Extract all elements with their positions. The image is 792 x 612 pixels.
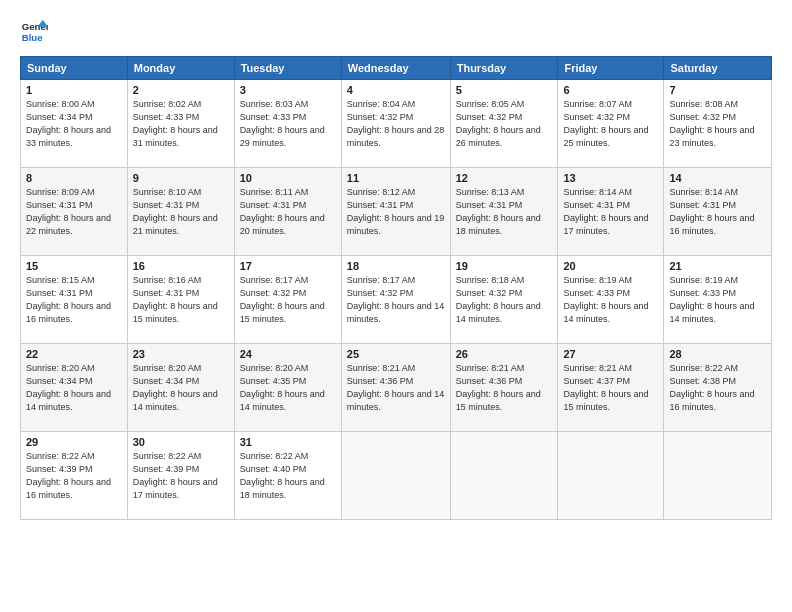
calendar-day-cell: 30 Sunrise: 8:22 AM Sunset: 4:39 PM Dayl…	[127, 432, 234, 520]
calendar-table: SundayMondayTuesdayWednesdayThursdayFrid…	[20, 56, 772, 520]
day-number: 20	[563, 260, 658, 272]
calendar-day-cell: 15 Sunrise: 8:15 AM Sunset: 4:31 PM Dayl…	[21, 256, 128, 344]
day-number: 13	[563, 172, 658, 184]
calendar-day-cell: 16 Sunrise: 8:16 AM Sunset: 4:31 PM Dayl…	[127, 256, 234, 344]
calendar-day-cell: 10 Sunrise: 8:11 AM Sunset: 4:31 PM Dayl…	[234, 168, 341, 256]
empty-cell	[558, 432, 664, 520]
day-info: Sunrise: 8:21 AM Sunset: 4:36 PM Dayligh…	[456, 362, 553, 414]
day-info: Sunrise: 8:07 AM Sunset: 4:32 PM Dayligh…	[563, 98, 658, 150]
day-info: Sunrise: 8:22 AM Sunset: 4:39 PM Dayligh…	[133, 450, 229, 502]
empty-cell	[450, 432, 558, 520]
calendar-day-cell: 9 Sunrise: 8:10 AM Sunset: 4:31 PM Dayli…	[127, 168, 234, 256]
calendar-day-cell: 11 Sunrise: 8:12 AM Sunset: 4:31 PM Dayl…	[341, 168, 450, 256]
day-info: Sunrise: 8:08 AM Sunset: 4:32 PM Dayligh…	[669, 98, 766, 150]
calendar-day-cell: 20 Sunrise: 8:19 AM Sunset: 4:33 PM Dayl…	[558, 256, 664, 344]
day-info: Sunrise: 8:02 AM Sunset: 4:33 PM Dayligh…	[133, 98, 229, 150]
day-number: 24	[240, 348, 336, 360]
day-info: Sunrise: 8:21 AM Sunset: 4:36 PM Dayligh…	[347, 362, 445, 414]
day-info: Sunrise: 8:18 AM Sunset: 4:32 PM Dayligh…	[456, 274, 553, 326]
day-number: 25	[347, 348, 445, 360]
day-info: Sunrise: 8:15 AM Sunset: 4:31 PM Dayligh…	[26, 274, 122, 326]
day-number: 4	[347, 84, 445, 96]
calendar-header-saturday: Saturday	[664, 57, 772, 80]
calendar-day-cell: 6 Sunrise: 8:07 AM Sunset: 4:32 PM Dayli…	[558, 80, 664, 168]
calendar-header-friday: Friday	[558, 57, 664, 80]
calendar-header-thursday: Thursday	[450, 57, 558, 80]
day-number: 9	[133, 172, 229, 184]
day-info: Sunrise: 8:05 AM Sunset: 4:32 PM Dayligh…	[456, 98, 553, 150]
calendar-day-cell: 27 Sunrise: 8:21 AM Sunset: 4:37 PM Dayl…	[558, 344, 664, 432]
day-number: 19	[456, 260, 553, 272]
calendar-day-cell: 17 Sunrise: 8:17 AM Sunset: 4:32 PM Dayl…	[234, 256, 341, 344]
day-number: 26	[456, 348, 553, 360]
calendar-day-cell: 21 Sunrise: 8:19 AM Sunset: 4:33 PM Dayl…	[664, 256, 772, 344]
day-info: Sunrise: 8:20 AM Sunset: 4:35 PM Dayligh…	[240, 362, 336, 414]
day-info: Sunrise: 8:00 AM Sunset: 4:34 PM Dayligh…	[26, 98, 122, 150]
calendar-week-row: 22 Sunrise: 8:20 AM Sunset: 4:34 PM Dayl…	[21, 344, 772, 432]
empty-cell	[341, 432, 450, 520]
day-info: Sunrise: 8:04 AM Sunset: 4:32 PM Dayligh…	[347, 98, 445, 150]
day-number: 17	[240, 260, 336, 272]
calendar-day-cell: 31 Sunrise: 8:22 AM Sunset: 4:40 PM Dayl…	[234, 432, 341, 520]
day-info: Sunrise: 8:19 AM Sunset: 4:33 PM Dayligh…	[563, 274, 658, 326]
day-info: Sunrise: 8:09 AM Sunset: 4:31 PM Dayligh…	[26, 186, 122, 238]
calendar-day-cell: 26 Sunrise: 8:21 AM Sunset: 4:36 PM Dayl…	[450, 344, 558, 432]
svg-text:Blue: Blue	[22, 32, 43, 43]
calendar-day-cell: 2 Sunrise: 8:02 AM Sunset: 4:33 PM Dayli…	[127, 80, 234, 168]
day-info: Sunrise: 8:10 AM Sunset: 4:31 PM Dayligh…	[133, 186, 229, 238]
day-info: Sunrise: 8:11 AM Sunset: 4:31 PM Dayligh…	[240, 186, 336, 238]
day-number: 29	[26, 436, 122, 448]
day-info: Sunrise: 8:14 AM Sunset: 4:31 PM Dayligh…	[669, 186, 766, 238]
calendar-week-row: 29 Sunrise: 8:22 AM Sunset: 4:39 PM Dayl…	[21, 432, 772, 520]
day-info: Sunrise: 8:22 AM Sunset: 4:39 PM Dayligh…	[26, 450, 122, 502]
calendar-week-row: 8 Sunrise: 8:09 AM Sunset: 4:31 PM Dayli…	[21, 168, 772, 256]
calendar-header-tuesday: Tuesday	[234, 57, 341, 80]
calendar-day-cell: 12 Sunrise: 8:13 AM Sunset: 4:31 PM Dayl…	[450, 168, 558, 256]
calendar-day-cell: 7 Sunrise: 8:08 AM Sunset: 4:32 PM Dayli…	[664, 80, 772, 168]
day-info: Sunrise: 8:03 AM Sunset: 4:33 PM Dayligh…	[240, 98, 336, 150]
day-number: 22	[26, 348, 122, 360]
day-info: Sunrise: 8:22 AM Sunset: 4:38 PM Dayligh…	[669, 362, 766, 414]
day-info: Sunrise: 8:19 AM Sunset: 4:33 PM Dayligh…	[669, 274, 766, 326]
day-number: 21	[669, 260, 766, 272]
day-number: 8	[26, 172, 122, 184]
calendar-day-cell: 29 Sunrise: 8:22 AM Sunset: 4:39 PM Dayl…	[21, 432, 128, 520]
day-info: Sunrise: 8:16 AM Sunset: 4:31 PM Dayligh…	[133, 274, 229, 326]
calendar-day-cell: 18 Sunrise: 8:17 AM Sunset: 4:32 PM Dayl…	[341, 256, 450, 344]
day-info: Sunrise: 8:13 AM Sunset: 4:31 PM Dayligh…	[456, 186, 553, 238]
day-number: 10	[240, 172, 336, 184]
calendar-header-wednesday: Wednesday	[341, 57, 450, 80]
day-info: Sunrise: 8:12 AM Sunset: 4:31 PM Dayligh…	[347, 186, 445, 238]
calendar-day-cell: 3 Sunrise: 8:03 AM Sunset: 4:33 PM Dayli…	[234, 80, 341, 168]
day-number: 5	[456, 84, 553, 96]
calendar-header-monday: Monday	[127, 57, 234, 80]
day-number: 1	[26, 84, 122, 96]
calendar-day-cell: 19 Sunrise: 8:18 AM Sunset: 4:32 PM Dayl…	[450, 256, 558, 344]
day-number: 6	[563, 84, 658, 96]
calendar-day-cell: 24 Sunrise: 8:20 AM Sunset: 4:35 PM Dayl…	[234, 344, 341, 432]
day-number: 30	[133, 436, 229, 448]
calendar-day-cell: 8 Sunrise: 8:09 AM Sunset: 4:31 PM Dayli…	[21, 168, 128, 256]
calendar-day-cell: 5 Sunrise: 8:05 AM Sunset: 4:32 PM Dayli…	[450, 80, 558, 168]
day-info: Sunrise: 8:14 AM Sunset: 4:31 PM Dayligh…	[563, 186, 658, 238]
day-info: Sunrise: 8:22 AM Sunset: 4:40 PM Dayligh…	[240, 450, 336, 502]
day-number: 23	[133, 348, 229, 360]
day-number: 31	[240, 436, 336, 448]
day-number: 14	[669, 172, 766, 184]
day-info: Sunrise: 8:17 AM Sunset: 4:32 PM Dayligh…	[347, 274, 445, 326]
empty-cell	[664, 432, 772, 520]
calendar-day-cell: 22 Sunrise: 8:20 AM Sunset: 4:34 PM Dayl…	[21, 344, 128, 432]
page-header: General Blue	[20, 18, 772, 46]
calendar-header: SundayMondayTuesdayWednesdayThursdayFrid…	[21, 57, 772, 80]
calendar-day-cell: 13 Sunrise: 8:14 AM Sunset: 4:31 PM Dayl…	[558, 168, 664, 256]
day-info: Sunrise: 8:21 AM Sunset: 4:37 PM Dayligh…	[563, 362, 658, 414]
day-number: 16	[133, 260, 229, 272]
day-number: 3	[240, 84, 336, 96]
calendar-day-cell: 23 Sunrise: 8:20 AM Sunset: 4:34 PM Dayl…	[127, 344, 234, 432]
day-number: 27	[563, 348, 658, 360]
day-number: 7	[669, 84, 766, 96]
day-number: 18	[347, 260, 445, 272]
calendar-day-cell: 14 Sunrise: 8:14 AM Sunset: 4:31 PM Dayl…	[664, 168, 772, 256]
calendar-header-sunday: Sunday	[21, 57, 128, 80]
day-number: 28	[669, 348, 766, 360]
